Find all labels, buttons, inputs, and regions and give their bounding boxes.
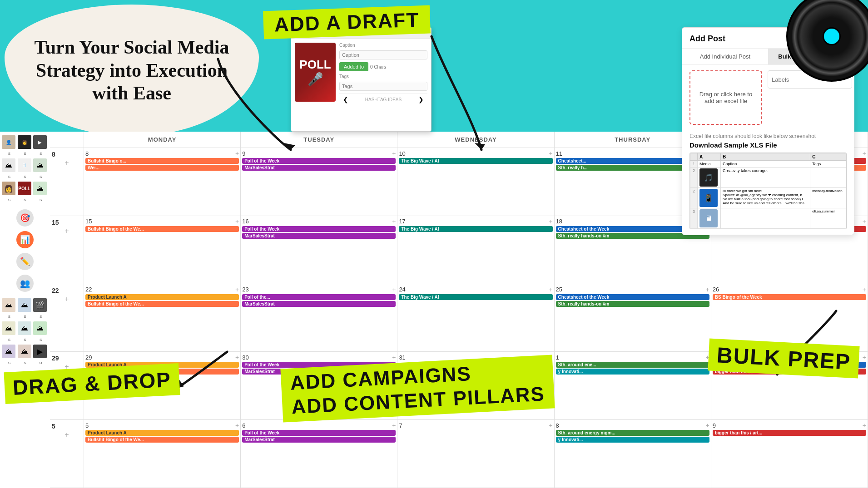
sidebar-thumb[interactable]: ⛰ — [2, 158, 15, 172]
cal-add-week5[interactable]: + — [52, 431, 82, 439]
sidebar-thumb[interactable]: ⛰ — [2, 298, 15, 312]
event-pill[interactable]: BS Bingo of the Week — [713, 294, 866, 300]
sidebar-icon-chart[interactable]: 📊 — [16, 231, 34, 248]
event-pill[interactable]: Bullshit Bingo of the We... — [85, 437, 239, 443]
excel-caption-cell-3 — [721, 208, 810, 229]
sidebar-thumb[interactable]: ⛰ — [2, 321, 15, 335]
sidebar-thumb[interactable]: 👤 — [2, 135, 15, 149]
cal-cell-mon-3[interactable]: 22+ Product Launch A Bullshit Bingo of t… — [84, 284, 241, 352]
cal-cell-tue-5[interactable]: 6+ Poll of the Week MarSalesStrat — [241, 420, 397, 488]
excel-sample-table: A B C 1 Media Caption Tags 2 🎵 Crea — [690, 153, 846, 229]
sidebar-thumb[interactable]: ▶ — [33, 345, 47, 358]
draft-modal: ✕ □ − POLL 🎤 Caption Added to 0 Chars Ta… — [291, 27, 432, 132]
sidebar-row-4: ⛰ ⛰ 🎬 — [2, 298, 48, 312]
event-pill[interactable]: Bullshit Bingo of the We... — [85, 226, 239, 232]
event-pill[interactable]: The Big Wave / AI — [399, 158, 552, 164]
event-pill[interactable]: The Big Wave / AI — [399, 226, 552, 232]
event-pill[interactable]: MarSalesStrat — [242, 301, 396, 307]
event-pill[interactable]: Poll of the... — [242, 294, 396, 300]
cal-cell-thu-4[interactable]: 1+ Sth. around ene... y Innovati... — [555, 352, 711, 419]
sidebar-thumb[interactable]: ⛰ — [33, 158, 47, 172]
cal-cell-fri-5[interactable]: 9+ bigger than this / art... — [711, 420, 868, 488]
sidebar-labels-4: S S S — [2, 315, 48, 319]
event-pill[interactable]: Wei... — [85, 165, 239, 171]
sidebar-icon-edit[interactable]: ✏️ — [16, 253, 34, 270]
sidebar-thumb[interactable]: POLL — [18, 182, 31, 195]
event-pill[interactable]: Poll of the Week — [242, 158, 396, 164]
event-pill[interactable]: Bullshit Bingo o... — [85, 158, 239, 164]
cal-cell-tue-2[interactable]: 16+ Poll of the Week MarSalesStrat — [241, 216, 397, 284]
draft-prev-button[interactable]: ❮ — [343, 96, 348, 103]
sidebar-thumb[interactable]: ⛰ — [18, 345, 31, 358]
panel-download-link[interactable]: Download Sample XLS File — [682, 139, 854, 149]
excel-caption-cell-2: Hi there we got sth new!Spoiler: At @oli… — [721, 188, 810, 208]
sidebar-thumb[interactable]: 👩 — [2, 182, 15, 195]
event-pill[interactable]: The Big Wave / AI — [399, 294, 552, 300]
event-pill[interactable]: MarSalesStrat — [242, 437, 396, 443]
add-it-button[interactable]: Added to — [339, 62, 368, 71]
event-pill[interactable]: Poll of the Week — [242, 226, 396, 232]
sidebar-thumb[interactable]: 🎬 — [33, 298, 47, 312]
event-pill[interactable]: Poll of the Week — [242, 430, 396, 436]
event-pill[interactable]: Cheatsheet of the Week — [556, 294, 709, 300]
cal-week-num-1: 8 + — [50, 148, 84, 216]
sidebar-thumb[interactable]: ⛰ — [2, 345, 15, 358]
cal-cell-mon-5[interactable]: 5+ Product Launch A Bullshit Bingo of th… — [84, 420, 241, 488]
sidebar-thumb[interactable]: 📄 — [18, 158, 31, 172]
sidebar-labels-5: S S S — [2, 338, 48, 342]
event-pill[interactable]: bigger than this / art... — [713, 430, 866, 436]
sidebar-thumb[interactable]: ⛰ — [18, 298, 31, 312]
event-pill[interactable]: y Innovati... — [556, 369, 709, 375]
cal-cell-tue-3[interactable]: 23+ Poll of the... MarSalesStrat — [241, 284, 397, 352]
sidebar-thumb[interactable]: ⛰ — [33, 182, 47, 195]
sidebar: 👤 👩 ▶ S S S ⛰ 📄 ⛰ S S S 👩 POLL ⛰ S S S 🎯 — [0, 132, 50, 488]
event-campaign-label[interactable]: Product Launch A — [85, 430, 239, 436]
sidebar-thumb[interactable]: ⛰ — [33, 321, 47, 335]
event-pill[interactable]: Bullshit Bingo of the We... — [85, 301, 239, 307]
event-pill[interactable]: MarSalesStrat — [242, 165, 396, 171]
cal-header-monday: MONDAY — [84, 132, 241, 148]
cal-add-week1[interactable]: + — [52, 159, 82, 167]
event-campaign-label[interactable]: Product Launch A — [85, 294, 239, 300]
cal-week-num-2: 15 + — [50, 216, 84, 284]
table-row: 3 🖥 oli.aa.summer — [690, 208, 846, 229]
event-pill[interactable]: MarSalesStrat — [242, 233, 396, 239]
event-pill[interactable]: Sth. around ene... — [556, 362, 709, 368]
cal-cell-mon-1[interactable]: 8+ Bullshit Bingo o... Wei... — [84, 148, 241, 216]
cal-cell-thu-5[interactable]: 8+ Sth. around energy mgm... y Innovati.… — [555, 420, 711, 488]
sidebar-thumb[interactable]: 👩 — [18, 135, 31, 149]
cal-add-week3[interactable]: + — [52, 295, 82, 303]
excel-header-tags: Tags — [810, 161, 846, 168]
cal-add-week2[interactable]: + — [52, 227, 82, 235]
cal-cell-wed-2[interactable]: 17+ The Big Wave / AI — [397, 216, 554, 284]
event-pill[interactable]: y Innovati... — [556, 437, 709, 443]
event-pill[interactable]: Sth. really hands-on #m — [556, 301, 709, 307]
excel-drop-zone[interactable]: Drag or click here to add an excel file — [689, 70, 762, 125]
cal-cell-mon-2[interactable]: 15+ Bullshit Bingo of the We... — [84, 216, 241, 284]
sidebar-labels-2: S S S — [2, 175, 48, 179]
cal-cell-wed-5[interactable]: 7+ — [397, 420, 554, 488]
mic-icon: 🎤 — [308, 72, 323, 87]
excel-drop-text: Drag or click here to add an excel file — [696, 91, 756, 104]
panel-footer-text: Excel file columns should look like belo… — [682, 130, 854, 139]
excel-col-c: C — [810, 153, 846, 161]
excel-header-media: Media — [698, 161, 721, 168]
cal-cell-tue-1[interactable]: 9+ Poll of the Week MarSalesStrat — [241, 148, 397, 216]
draft-next-button[interactable]: ❯ — [418, 96, 424, 103]
sidebar-thumb[interactable]: ▶ — [33, 135, 47, 149]
tab-individual-post[interactable]: Add Individual Post — [682, 49, 768, 64]
excel-header-caption: Caption — [721, 161, 810, 168]
excel-header-row-num: 1 — [690, 161, 698, 168]
cal-cell-thu-3[interactable]: 25+ Cheatsheet of the Week Sth. really h… — [555, 284, 711, 352]
cal-cell-wed-1[interactable]: 10+ The Big Wave / AI — [397, 148, 554, 216]
excel-tags-cell — [810, 168, 846, 188]
sidebar-icon-target[interactable]: 🎯 — [16, 209, 34, 227]
sidebar-icon-users[interactable]: 👥 — [16, 275, 34, 292]
cal-cell-wed-3[interactable]: 24+ The Big Wave / AI — [397, 284, 554, 352]
caption-input[interactable] — [339, 50, 427, 59]
tags-input[interactable] — [339, 82, 427, 91]
sidebar-thumb[interactable]: ⛰ — [18, 321, 31, 335]
cal-week-5: 5 + 5+ Product Launch A Bullshit Bingo o… — [50, 420, 868, 488]
draft-page-label: HASHTAG IDEAS — [365, 97, 402, 102]
event-pill[interactable]: Sth. around energy mgm... — [556, 430, 709, 436]
